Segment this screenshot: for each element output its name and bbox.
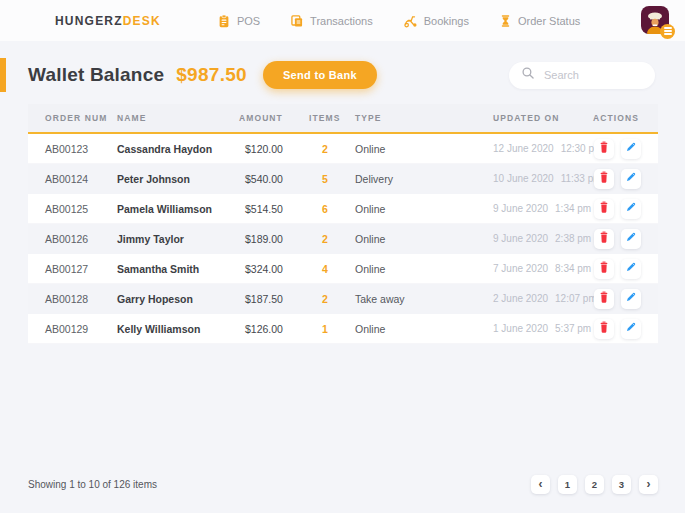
trash-icon bbox=[598, 261, 610, 277]
pencil-icon bbox=[625, 321, 637, 336]
pagination-page-button[interactable]: 2 bbox=[585, 475, 604, 494]
amount-cell: $540.00 bbox=[239, 173, 305, 185]
order-num-cell: AB00124 bbox=[45, 173, 117, 185]
updated-time: 5:37 pm bbox=[555, 323, 591, 334]
nav-item-label: Bookings bbox=[424, 15, 469, 27]
updated-on-cell: 10 June 202011:33 pm bbox=[493, 173, 593, 184]
updated-on-cell: 2 June 202012:07 pm bbox=[493, 293, 593, 304]
column-header-amount: AMOUNT bbox=[239, 113, 305, 123]
send-to-bank-button[interactable]: Send to Bank bbox=[263, 61, 377, 89]
updated-time: 2:38 pm bbox=[555, 233, 591, 244]
search-box[interactable] bbox=[509, 62, 655, 89]
order-type-cell: Delivery bbox=[345, 173, 493, 185]
items-count-cell: 1 bbox=[305, 323, 345, 335]
pencil-icon bbox=[625, 141, 637, 156]
brand-logo[interactable]: HUNGERZDESK bbox=[55, 14, 161, 28]
table-row[interactable]: AB00128 Garry Hopeson $187.50 2 Take awa… bbox=[28, 284, 658, 314]
table-row[interactable]: AB00126 Jimmy Taylor $189.00 2 Online 9 … bbox=[28, 224, 658, 254]
customer-name-cell: Jimmy Taylor bbox=[117, 233, 239, 245]
order-type-cell: Take away bbox=[345, 293, 493, 305]
nav-item-pos[interactable]: POS bbox=[217, 14, 260, 28]
delete-button[interactable] bbox=[594, 229, 614, 249]
updated-time: 1:34 pm bbox=[555, 203, 591, 214]
pagination-page-button[interactable]: 1 bbox=[558, 475, 577, 494]
row-actions bbox=[593, 229, 641, 249]
table-header-row: ORDER NUM NAME AMOUNT ITEMS TYPE UPDATED… bbox=[28, 104, 658, 134]
delete-button[interactable] bbox=[594, 169, 614, 189]
pagination-page-button[interactable]: 3 bbox=[612, 475, 631, 494]
updated-time: 8:34 pm bbox=[555, 263, 591, 274]
table-row[interactable]: AB00125 Pamela Williamson $514.50 6 Onli… bbox=[28, 194, 658, 224]
order-num-cell: AB00129 bbox=[45, 323, 117, 335]
order-type-cell: Online bbox=[345, 263, 493, 275]
nav-menu: POS Transactions Bookings Order Status bbox=[217, 14, 580, 28]
wallet-balance-amount: $987.50 bbox=[176, 64, 247, 86]
table-row[interactable]: AB00123 Cassandra Haydon $120.00 2 Onlin… bbox=[28, 134, 658, 164]
items-count-cell: 6 bbox=[305, 203, 345, 215]
customer-name-cell: Kelly Williamson bbox=[117, 323, 239, 335]
customer-name-cell: Pamela Williamson bbox=[117, 203, 239, 215]
table-body: AB00123 Cassandra Haydon $120.00 2 Onlin… bbox=[28, 134, 658, 344]
amount-cell: $126.00 bbox=[239, 323, 305, 335]
chevron-right-icon: › bbox=[647, 478, 651, 490]
trash-icon bbox=[598, 231, 610, 247]
delete-button[interactable] bbox=[594, 319, 614, 339]
row-actions bbox=[593, 259, 641, 279]
edit-button[interactable] bbox=[621, 229, 641, 249]
updated-date: 9 June 2020 bbox=[493, 203, 548, 214]
updated-on-cell: 9 June 20201:34 pm bbox=[493, 203, 593, 214]
nav-item-bookings[interactable]: Bookings bbox=[403, 14, 469, 28]
page-title: Wallet Balance bbox=[28, 64, 164, 86]
pencil-icon bbox=[625, 201, 637, 216]
order-status-icon bbox=[499, 14, 512, 28]
delete-button[interactable] bbox=[594, 289, 614, 309]
edit-button[interactable] bbox=[621, 139, 641, 159]
updated-on-cell: 12 June 202012:30 pm bbox=[493, 143, 593, 154]
pagination-prev-button[interactable]: ‹ bbox=[531, 475, 550, 494]
search-icon bbox=[521, 66, 535, 84]
trash-icon bbox=[598, 141, 610, 157]
user-avatar[interactable] bbox=[641, 6, 671, 36]
pencil-icon bbox=[625, 171, 637, 186]
column-header-name: NAME bbox=[117, 113, 239, 123]
column-header-type: TYPE bbox=[345, 113, 493, 123]
edit-button[interactable] bbox=[621, 259, 641, 279]
customer-name-cell: Cassandra Haydon bbox=[117, 143, 239, 155]
order-num-cell: AB00128 bbox=[45, 293, 117, 305]
brand-primary: HUNGERZ bbox=[55, 14, 123, 28]
hamburger-menu-icon[interactable] bbox=[660, 24, 675, 39]
order-num-cell: AB00125 bbox=[45, 203, 117, 215]
items-count-cell: 2 bbox=[305, 233, 345, 245]
amount-cell: $187.50 bbox=[239, 293, 305, 305]
edit-button[interactable] bbox=[621, 319, 641, 339]
updated-time: 12:07 pm bbox=[555, 293, 597, 304]
amount-cell: $324.00 bbox=[239, 263, 305, 275]
edit-button[interactable] bbox=[621, 169, 641, 189]
updated-date: 2 June 2020 bbox=[493, 293, 548, 304]
pencil-icon bbox=[625, 231, 637, 246]
search-input[interactable] bbox=[544, 69, 645, 81]
nav-item-transactions[interactable]: Transactions bbox=[290, 14, 373, 28]
updated-date: 9 June 2020 bbox=[493, 233, 548, 244]
table-row[interactable]: AB00127 Samantha Smith $324.00 4 Online … bbox=[28, 254, 658, 284]
trash-icon bbox=[598, 291, 610, 307]
delete-button[interactable] bbox=[594, 139, 614, 159]
updated-date: 12 June 2020 bbox=[493, 143, 554, 154]
customer-name-cell: Garry Hopeson bbox=[117, 293, 239, 305]
pagination-next-button[interactable]: › bbox=[639, 475, 658, 494]
pos-icon bbox=[217, 14, 231, 28]
trash-icon bbox=[598, 321, 610, 337]
updated-date: 1 June 2020 bbox=[493, 323, 548, 334]
order-num-cell: AB00126 bbox=[45, 233, 117, 245]
nav-item-label: POS bbox=[237, 15, 260, 27]
edit-button[interactable] bbox=[621, 289, 641, 309]
nav-item-order-status[interactable]: Order Status bbox=[499, 14, 580, 28]
delete-button[interactable] bbox=[594, 199, 614, 219]
table-row[interactable]: AB00129 Kelly Williamson $126.00 1 Onlin… bbox=[28, 314, 658, 344]
row-actions bbox=[593, 289, 641, 309]
delete-button[interactable] bbox=[594, 259, 614, 279]
column-header-actions: ACTIONS bbox=[593, 113, 647, 123]
customer-name-cell: Samantha Smith bbox=[117, 263, 239, 275]
edit-button[interactable] bbox=[621, 199, 641, 219]
table-row[interactable]: AB00124 Peter Johnson $540.00 5 Delivery… bbox=[28, 164, 658, 194]
